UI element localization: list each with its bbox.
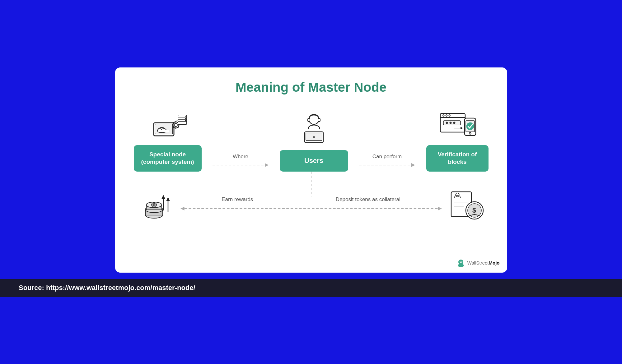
main-card: Meaning of Master Node (115, 67, 507, 273)
svg-point-38 (449, 114, 451, 116)
svg-point-36 (442, 114, 444, 116)
left-node-box: Special node(computer system) (134, 145, 202, 172)
svg-line-12 (173, 122, 174, 123)
computer-system-icon (146, 107, 189, 141)
svg-point-20 (185, 116, 186, 117)
verification-icon (436, 107, 479, 141)
svg-point-7 (174, 123, 177, 127)
svg-text:$: $ (153, 203, 155, 207)
svg-rect-5 (158, 130, 169, 132)
bottom-labels: Earn rewards Deposit tokens as collatera… (180, 196, 442, 203)
svg-point-22 (185, 120, 186, 121)
svg-marker-63 (438, 207, 442, 210)
deposit-tokens-label: Deposit tokens as collateral (336, 196, 400, 203)
vertical-dashed-line (311, 172, 312, 196)
wallstreetmojo-logo-icon: W (456, 258, 465, 268)
user-icon (292, 112, 336, 146)
left-node-block: Special node(computer system) (134, 107, 202, 172)
svg-text:$: $ (472, 206, 476, 214)
right-node-block: Verification ofblocks (426, 107, 489, 172)
svg-line-14 (173, 127, 174, 128)
svg-marker-59 (166, 197, 170, 201)
page-title: Meaning of Master Node (236, 80, 386, 95)
earn-rewards-label: Earn rewards (222, 196, 253, 203)
svg-point-42 (453, 122, 455, 124)
source-bar: Source: https://www.wallstreetmojo.com/m… (0, 279, 622, 297)
center-node-block: Users (280, 112, 348, 172)
diagram-area: Special node(computer system) Where (134, 107, 489, 221)
svg-marker-57 (161, 195, 165, 199)
svg-point-73 (458, 264, 464, 267)
svg-line-13 (178, 127, 179, 128)
left-arrow-connector: Where (202, 154, 280, 172)
source-text: Source: https://www.wallstreetmojo.com/m… (19, 284, 195, 292)
svg-point-40 (446, 122, 448, 124)
watermark: W WallStreetMojo (456, 258, 500, 268)
can-perform-label: Can perform (372, 154, 402, 160)
svg-point-31 (313, 136, 315, 138)
svg-marker-25 (265, 163, 269, 167)
bottom-arrow-area: Earn rewards Deposit tokens as collatera… (180, 196, 442, 212)
svg-rect-28 (318, 118, 320, 122)
bottom-section: $ Ear (134, 187, 489, 221)
svg-point-41 (449, 122, 451, 124)
svg-rect-27 (308, 118, 310, 122)
svg-point-21 (185, 118, 186, 119)
where-label: Where (233, 154, 248, 160)
svg-text:W: W (460, 260, 463, 264)
watermark-text: WallStreetMojo (467, 260, 500, 265)
svg-marker-33 (411, 163, 415, 167)
svg-marker-61 (180, 207, 185, 210)
rewards-icon: $ (134, 187, 180, 221)
right-node-box: Verification ofblocks (426, 145, 489, 172)
center-node-box: Users (280, 150, 348, 172)
svg-point-37 (446, 114, 447, 116)
svg-point-47 (469, 132, 471, 134)
top-row: Special node(computer system) Where (134, 107, 489, 172)
deposit-icon: $ (442, 187, 489, 221)
right-arrow-connector: Can perform (348, 154, 426, 172)
svg-point-68 (456, 193, 459, 197)
